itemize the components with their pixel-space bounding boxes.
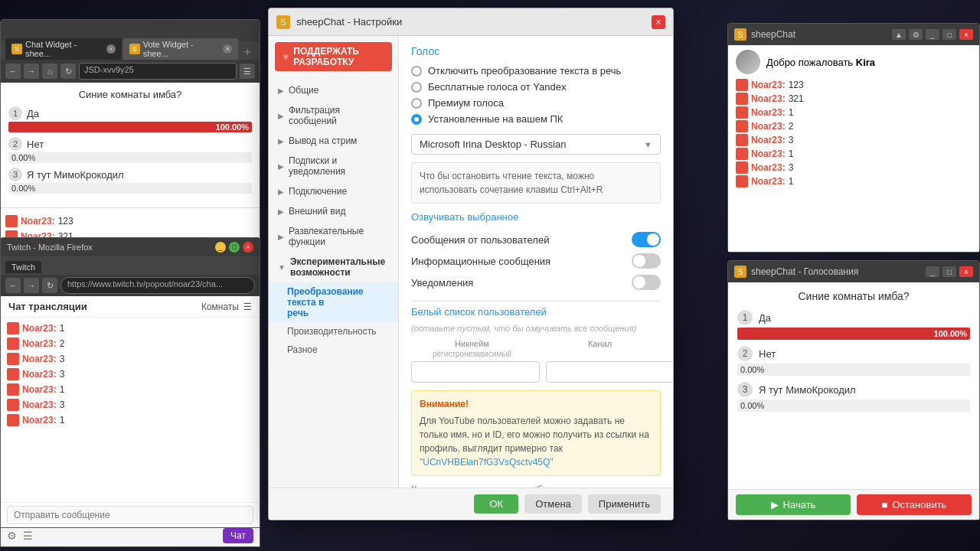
nav-item-general[interactable]: ▶ Общие xyxy=(269,80,398,100)
radio-local[interactable]: Установленные на вашем ПК xyxy=(411,113,661,125)
browser-tab-chat[interactable]: S Chat Widget - shee... × xyxy=(5,38,122,60)
nav-subitem-misc[interactable]: Разное xyxy=(269,341,398,359)
toggle-info[interactable] xyxy=(632,253,661,269)
sc-text: 1 xyxy=(789,107,794,118)
ozv-selected-link[interactable]: Озвучивать выбранное xyxy=(411,211,661,223)
twitch-text: 2 xyxy=(60,338,65,349)
ok-button[interactable]: ОК xyxy=(474,494,518,514)
ff-refresh-btn[interactable]: ↻ xyxy=(42,278,57,293)
twitch-messages[interactable]: Noar23: 1 Noar23: 2 Noar23: 3 Noar23: 3 … xyxy=(1,318,260,502)
nav-item-filter[interactable]: ▶ Фильтрациясообщений xyxy=(269,100,398,131)
firefox-maximize-btn[interactable]: □ xyxy=(229,242,240,253)
firefox-minimize-btn[interactable]: _ xyxy=(215,242,226,253)
cancel-button[interactable]: Отмена xyxy=(524,494,582,514)
toggle-notifications[interactable] xyxy=(632,275,661,290)
voting-app-icon: S xyxy=(734,266,746,278)
voting-minimize-btn[interactable]: _ xyxy=(926,266,939,277)
nav-subitem-tts[interactable]: Преобразование текста вречь xyxy=(269,282,398,322)
vote-favicon: S xyxy=(129,44,140,54)
twitch-username: Noar23: xyxy=(22,399,57,410)
vote-tab-close[interactable]: × xyxy=(223,44,232,54)
refresh-btn[interactable]: ↻ xyxy=(60,64,76,79)
ff-forward-btn[interactable]: → xyxy=(24,278,39,293)
voice-hint-box: Что бы остановить чтение текста, можно и… xyxy=(411,162,661,204)
sc-icon-btn[interactable]: ▲ xyxy=(892,29,906,40)
twitch-msg-icon xyxy=(7,414,19,426)
twitch-chat-input[interactable] xyxy=(7,506,253,524)
chevron-right-icon: ▶ xyxy=(278,137,284,145)
voting-maximize-btn[interactable]: □ xyxy=(942,266,956,277)
back-btn[interactable]: ← xyxy=(5,64,21,79)
voting-stop-btn[interactable]: ■ Остановить xyxy=(857,494,972,515)
poll-option-2: 2 Нет 0.00% xyxy=(8,137,252,163)
nav-item-connection[interactable]: ▶ Подключение xyxy=(269,181,398,201)
nav-label-experimental: Экспериментальныевозможности xyxy=(290,256,385,278)
settings-icon[interactable]: ⚙ xyxy=(7,530,17,542)
sc-username: Noar23: xyxy=(751,80,786,90)
chat-tab-close[interactable]: × xyxy=(106,44,116,54)
nav-subitem-perf[interactable]: Производительность xyxy=(269,322,398,341)
support-button[interactable]: ♥ ПОДДЕРЖАТЬ РАЗРАБОТКУ xyxy=(275,42,392,71)
chat-poll: Синие комнаты имба? 1 Да 100.00% 2 xyxy=(1,83,260,204)
new-tab-btn[interactable]: + xyxy=(240,44,255,60)
settings-footer: ОК Отмена Применить xyxy=(269,487,673,520)
settings-close-btn[interactable]: × xyxy=(652,15,665,29)
nav-item-stream[interactable]: ▶ Вывод на стрим xyxy=(269,131,398,151)
firefox-tab[interactable]: Twitch xyxy=(5,261,41,273)
voice-dropdown[interactable]: Microsoft Irina Desktop - Russian ▼ xyxy=(411,134,661,155)
poll-num-1: 1 xyxy=(8,106,22,120)
radio-premium[interactable]: Премиум голоса xyxy=(411,97,661,109)
radio-btn-yandex[interactable] xyxy=(411,82,422,93)
browser-tab-vote[interactable]: S Vote Widget - shee... × xyxy=(123,38,239,60)
home-btn[interactable]: ⌂ xyxy=(42,64,57,79)
radio-btn-premium[interactable] xyxy=(411,98,422,109)
toggle-users[interactable] xyxy=(632,232,661,247)
divider-1 xyxy=(411,301,661,302)
nav-item-subscriptions[interactable]: ▶ Подписки иуведомления xyxy=(269,151,398,181)
radio-yandex[interactable]: Бесплатные голоса от Yandex xyxy=(411,81,661,93)
twitch-rooms-btn[interactable]: Комнаты ☰ xyxy=(201,302,252,312)
sc-settings-btn[interactable]: ⚙ xyxy=(909,29,923,40)
sheepchat-titlebar: S sheepChat ▲ ⚙ _ □ × xyxy=(728,24,979,45)
twitch-text: 3 xyxy=(60,399,65,410)
settings-dialog: S sheepChat - Настройки × ♥ ПОДДЕРЖАТЬ Р… xyxy=(268,8,674,520)
nickname-col-header: Никнейм xyxy=(411,339,533,348)
radio-btn-disable[interactable] xyxy=(411,66,422,77)
list-item: Noar23: 2 xyxy=(7,336,253,351)
toggle-row-users: Сообщения от пользователей xyxy=(411,229,661,250)
nav-item-entertainment[interactable]: ▶ Развлекательныефункции xyxy=(269,221,398,252)
channel-input[interactable] xyxy=(546,361,673,383)
chevron-right-icon: ▶ xyxy=(278,86,284,95)
play-icon: ▶ xyxy=(771,499,779,510)
nav-item-appearance[interactable]: ▶ Внешний вид xyxy=(269,201,398,221)
radio-disable-tts[interactable]: Отключить преобразование текста в речь xyxy=(411,65,661,77)
ff-back-btn[interactable]: ← xyxy=(5,278,21,293)
forward-btn[interactable]: → xyxy=(24,64,39,79)
url-bar[interactable]: JSD-xvv9y25 xyxy=(79,63,237,80)
sc-maximize-btn[interactable]: □ xyxy=(942,29,956,40)
voice-hint-text: Что бы остановить чтение текста, можно и… xyxy=(420,171,603,195)
voting-start-btn[interactable]: ▶ Начать xyxy=(736,494,851,515)
nav-label-connection: Подключение xyxy=(289,186,347,197)
apply-button[interactable]: Применить xyxy=(588,494,661,514)
sc-text: 2 xyxy=(789,121,794,132)
chat-msg-icon xyxy=(5,215,18,227)
voting-close-btn[interactable]: × xyxy=(959,266,973,277)
sc-close-btn[interactable]: × xyxy=(959,29,973,40)
sc-msg-icon xyxy=(736,79,748,91)
firefox-url-bar[interactable]: https://www.twitch.tv/popout/noar23/cha.… xyxy=(60,277,255,294)
channel-col: Канал xyxy=(539,339,661,358)
nickname-input[interactable] xyxy=(411,361,540,383)
youtube-link[interactable]: "UCnVHBElan7fG3VsQsctv45Q" xyxy=(420,457,554,468)
whitelist-title[interactable]: Белый список пользователей xyxy=(411,306,661,318)
chat-toggle-btn[interactable]: Чат xyxy=(223,528,253,543)
sc-username: Noar23: xyxy=(751,93,786,104)
list-icon[interactable]: ☰ xyxy=(23,530,33,542)
nav-menu-btn[interactable]: ☰ xyxy=(240,64,255,79)
twitch-msg-icon xyxy=(7,353,19,365)
twitch-username: Noar23: xyxy=(22,384,57,395)
radio-btn-local[interactable] xyxy=(411,114,422,125)
firefox-close-btn[interactable]: × xyxy=(243,242,253,253)
nav-item-experimental[interactable]: ▼ Экспериментальныевозможности xyxy=(269,252,398,282)
sc-minimize-btn[interactable]: _ xyxy=(926,29,939,40)
